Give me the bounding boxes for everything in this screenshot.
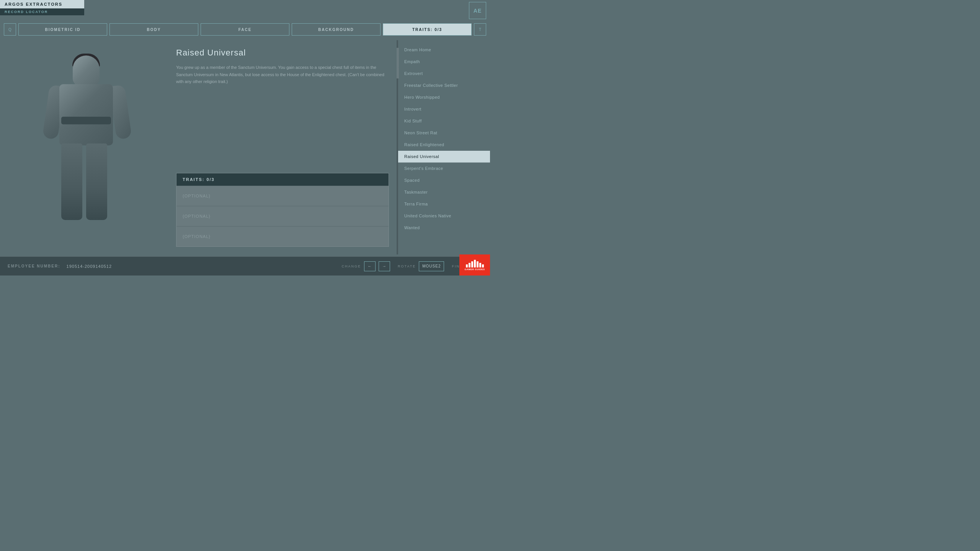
trait-slot-2[interactable]: {OPTIONAL}: [176, 206, 389, 227]
rotate-control-group: ROTATE MOUSE2: [398, 261, 444, 271]
trait-item-raised-universal[interactable]: Raised Universal: [398, 151, 490, 163]
trait-item-extrovert[interactable]: Extrovert: [398, 68, 490, 80]
trait-item-hero-worshipped[interactable]: Hero Worshipped: [398, 91, 490, 103]
change-right-button[interactable]: →: [379, 261, 390, 271]
rotate-button[interactable]: MOUSE2: [419, 261, 444, 271]
nav-next-button[interactable]: T: [474, 23, 486, 36]
character-view: [0, 40, 172, 254]
nav-prev-button[interactable]: Q: [4, 23, 16, 36]
trait-item-neon-street-rat[interactable]: Neon Street Rat: [398, 127, 490, 139]
nav-tabs: Q BIOMETRIC ID BODY FACE BACKGROUND TRAI…: [0, 22, 490, 37]
rotate-label: ROTATE: [398, 264, 416, 268]
char-head: [73, 55, 100, 86]
watermark-bar-6: [479, 263, 481, 267]
trait-title: Raised Universal: [176, 48, 389, 58]
trait-item-spaced[interactable]: Spaced: [398, 174, 490, 186]
tab-traits[interactable]: TRAITS: 0/3: [383, 23, 472, 36]
tab-body[interactable]: BODY: [109, 23, 198, 36]
watermark-text: GAMER GUIDES: [464, 268, 485, 271]
bottom-bar: EMPLOYEE NUMBER: 190514-2009140512 CHANG…: [0, 256, 490, 276]
trait-item-freestar[interactable]: Freestar Collective Settler: [398, 80, 490, 91]
trait-item-serpents-embrace[interactable]: Serpent's Embrace: [398, 163, 490, 174]
trait-item-raised-enlightened[interactable]: Raised Enlightened: [398, 139, 490, 151]
brand-block: ARGOS EXTRACTORS RECORD LOCATOR: [0, 0, 84, 15]
trait-item-introvert[interactable]: Introvert: [398, 103, 490, 115]
tab-background[interactable]: BACKGROUND: [292, 23, 381, 36]
watermark-bar-3: [471, 261, 473, 267]
logo-text: AE: [474, 8, 482, 14]
char-torso: [59, 84, 113, 145]
nav-next-label: T: [479, 28, 481, 32]
char-armor-detail: [61, 117, 111, 124]
char-leg-right: [86, 143, 107, 220]
nav-prev-label: Q: [8, 28, 11, 32]
change-label: CHANGE: [342, 264, 361, 268]
watermark-bar-4: [474, 260, 476, 267]
trait-item-united-colonies-native[interactable]: United Colonies Native: [398, 210, 490, 222]
trait-description: You grew up as a member of the Sanctum U…: [176, 64, 389, 85]
logo-block: AE: [469, 2, 486, 19]
employee-number: 190514-2009140512: [67, 264, 112, 269]
brand-subtitle: RECORD LOCATOR: [0, 8, 84, 15]
trait-slot-1[interactable]: {OPTIONAL}: [176, 186, 389, 206]
watermark-bar-1: [466, 264, 468, 267]
character-silhouette: [13, 44, 159, 251]
main-content: Raised Universal You grew up as a member…: [0, 40, 490, 254]
watermark: GAMER GUIDES: [459, 254, 490, 276]
tab-biometric-id[interactable]: BIOMETRIC ID: [18, 23, 107, 36]
brand-title: ARGOS EXTRACTORS: [0, 0, 84, 8]
traits-header: TRAITS: 0/3: [176, 173, 389, 186]
trait-item-empath[interactable]: Empath: [398, 56, 490, 68]
trait-item-terra-firma[interactable]: Terra Firma: [398, 198, 490, 210]
center-panel: Raised Universal You grew up as a member…: [172, 40, 397, 254]
trait-list-panel[interactable]: Dream Home Empath Extrovert Freestar Col…: [398, 40, 490, 254]
watermark-bar-2: [469, 263, 470, 267]
traits-container: TRAITS: 0/3 {OPTIONAL} {OPTIONAL} {OPTIO…: [176, 173, 389, 247]
character-body: [48, 55, 124, 239]
trait-item-kid-stuff[interactable]: Kid Stuff: [398, 115, 490, 127]
tab-face[interactable]: FACE: [201, 23, 289, 36]
change-left-button[interactable]: ←: [364, 261, 376, 271]
watermark-bars: [466, 260, 484, 267]
top-header: ARGOS EXTRACTORS RECORD LOCATOR AE: [0, 0, 490, 21]
trait-item-wanted[interactable]: Wanted: [398, 222, 490, 234]
char-legs: [61, 143, 111, 220]
watermark-bar-5: [477, 261, 479, 267]
char-leg-left: [61, 143, 82, 220]
trait-slot-3[interactable]: {OPTIONAL}: [176, 227, 389, 246]
employee-label: EMPLOYEE NUMBER:: [8, 264, 60, 268]
watermark-bar-7: [482, 264, 484, 267]
trait-item-taskmaster[interactable]: Taskmaster: [398, 186, 490, 198]
trait-item-dream-home[interactable]: Dream Home: [398, 44, 490, 56]
change-control-group: CHANGE ← →: [342, 261, 390, 271]
